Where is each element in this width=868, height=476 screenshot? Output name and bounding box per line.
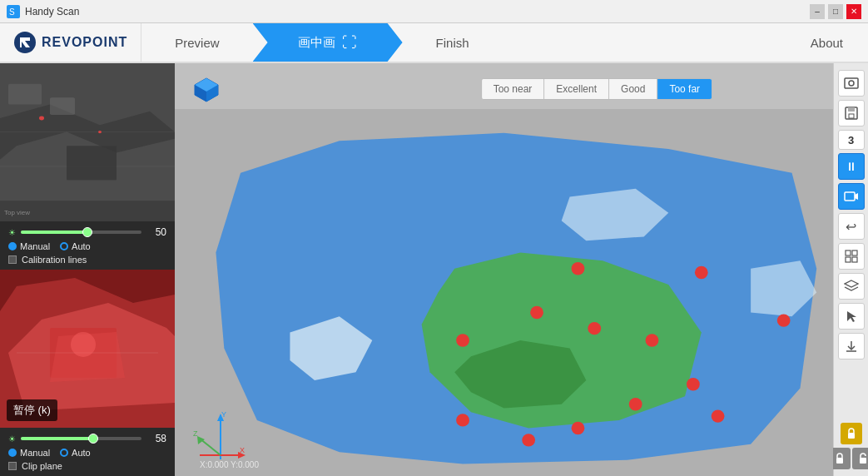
bottom-slider-track[interactable] [21,437,141,440]
layers-button[interactable] [838,273,865,300]
tab-about[interactable]: About [786,23,868,62]
svg-marker-65 [845,280,858,287]
close-button[interactable]: ✕ [846,4,861,19]
tab-scan[interactable]: 画中画 ⛶ [253,23,403,62]
window-controls: – □ ✕ [810,4,861,19]
good-segment[interactable]: Good [609,79,657,99]
svg-rect-59 [845,192,855,201]
svg-rect-69 [836,458,843,464]
svg-point-11 [98,131,102,133]
back-button[interactable]: ↩ [838,213,865,240]
top-auto-radio[interactable]: Auto [60,241,91,251]
top-slider-value: 50 [146,226,166,238]
bottom-brightness-icon: ☀ [8,434,16,444]
svg-rect-68 [848,433,855,439]
svg-point-34 [530,306,543,319]
minimize-button[interactable]: – [810,4,825,19]
svg-point-43 [522,434,535,446]
screenshot-button[interactable] [838,70,865,97]
bottom-slider-row: ☀ 58 [8,433,166,444]
lock-gold-button[interactable] [841,423,862,444]
revopoint-logo-icon [13,31,37,54]
svg-point-38 [777,314,791,326]
svg-line-49 [200,439,221,455]
top-controls: ☀ 50 Manual Auto Calibration [0,221,175,270]
viewport-coords: X:0.000 Y:0.000 [200,460,259,469]
save-button[interactable] [838,100,865,126]
top-slider-row: ☀ 50 [8,226,166,238]
too-near-segment[interactable]: Too near [482,79,545,99]
svg-point-20 [71,332,96,357]
svg-rect-57 [848,107,855,112]
bottom-manual-radio[interactable]: Manual [8,448,50,458]
tab-preview[interactable]: Preview [141,23,252,62]
svg-text:Y: Y [221,410,226,419]
scan-cube-icon [191,75,221,108]
svg-rect-7 [50,97,75,115]
auto-radio-dot [60,242,68,250]
bottom-slider-thumb [88,434,98,444]
app-icon: S [7,5,20,18]
svg-point-32 [572,262,585,275]
svg-rect-6 [8,84,42,105]
download-button[interactable] [838,333,865,359]
grid-button[interactable] [838,243,865,270]
bottom-controls: ☀ 58 Manual Auto Clip plane [0,428,175,476]
lock-icons [841,423,862,444]
svg-point-36 [456,334,469,346]
bottom-slider-fill [21,437,93,440]
3d-viewport[interactable]: Too near Excellent Good Too far [175,63,833,476]
top-slider-track[interactable] [21,231,141,234]
bottom-auto-dot [60,449,68,457]
svg-marker-50 [197,436,205,444]
svg-rect-62 [852,250,857,255]
pause-badge: 暂停 (k) [7,399,57,421]
pause-button[interactable]: ⏸ [838,153,865,180]
depth-toolbar: Too near Excellent Good Too far [481,78,712,100]
svg-point-37 [646,334,659,346]
svg-rect-12 [67,146,117,180]
lock-gray2-button[interactable] [852,448,869,469]
svg-point-10 [39,117,44,121]
tab-finish[interactable]: Finish [403,23,503,62]
navbar: REVOPOINT Preview 画中画 ⛶ Finish About [0,23,868,63]
scan-frame-icon: ⛶ [342,34,357,52]
calib-checkbox[interactable] [8,255,17,264]
svg-text:S: S [9,7,15,17]
right-panel: 3 ⏸ ↩ [833,63,868,476]
bottom-slider-value: 58 [146,433,166,444]
svg-text:Z: Z [193,429,198,438]
top-manual-radio[interactable]: Manual [8,241,50,251]
svg-rect-58 [849,114,854,118]
calib-row: Calibration lines [8,255,166,265]
brightness-icon: ☀ [8,228,16,237]
svg-point-55 [849,81,854,86]
maximize-button[interactable]: □ [828,4,843,19]
app-title: Handy Scan [25,6,79,17]
top-slider-fill [21,231,87,234]
clip-checkbox[interactable] [8,462,17,470]
clip-row: Clip plane [8,461,166,471]
main-content: Top view ☀ 50 Manual A [0,63,868,476]
svg-rect-63 [846,257,851,262]
top-radio-row: Manual Auto [8,241,166,251]
3d-map [175,109,833,476]
depth-bar: Too near Excellent Good Too far [481,78,712,100]
bottom-scan-image: 暂停 (k) [0,270,175,428]
camera-button[interactable] [838,183,865,210]
bottom-radio-row: Manual Auto [8,448,166,458]
lock-gray-icons [829,448,869,469]
svg-text:X: X [240,446,245,454]
logo-section: REVOPOINT [0,23,141,62]
svg-point-35 [588,322,601,335]
excellent-segment[interactable]: Excellent [544,79,609,99]
cursor-button[interactable] [838,303,865,330]
logo-text: REVOPOINT [42,35,127,50]
bottom-auto-radio[interactable]: Auto [60,448,91,458]
titlebar: S Handy Scan – □ ✕ [0,0,868,23]
too-far-segment[interactable]: Too far [657,79,712,99]
top-scan-preview: Top view [0,63,175,221]
left-panel: Top view ☀ 50 Manual A [0,63,175,476]
scan-count-badge: 3 [838,130,865,150]
svg-rect-64 [852,257,857,262]
